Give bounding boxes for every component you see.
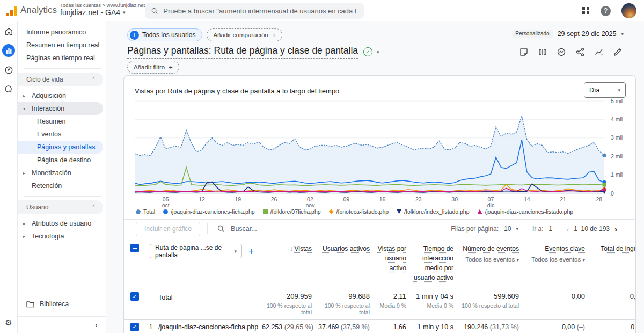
svg-text:09: 09: [343, 196, 349, 202]
sidebar-item-interacci-n[interactable]: ▾Interacción: [18, 102, 103, 115]
sidebar-item-resumen-en-tiempo-real[interactable]: Resumen en tiempo real: [18, 39, 103, 52]
legend-label: Total: [143, 208, 155, 215]
add-filter-button[interactable]: Añadir filtro +: [127, 61, 179, 74]
sidebar-item-label: Retención: [32, 182, 62, 190]
sidebar-item-p-ginas-en-tiempo-real[interactable]: Páginas en tiempo real: [18, 52, 103, 64]
row-checkbox[interactable]: ✓: [130, 323, 139, 331]
expand-arrow-icon[interactable]: ▸: [23, 93, 25, 98]
time-series-chart[interactable]: 5 mil4 mil3 mil2 mil1 mil005oct12192602n…: [135, 98, 634, 208]
legend-item[interactable]: Total: [136, 208, 155, 215]
metric-filter[interactable]: Todos los eventos ▾: [520, 255, 585, 264]
goto-page-input[interactable]: 1: [549, 225, 553, 233]
apps-grid-icon[interactable]: [582, 7, 590, 15]
include-in-chart-button[interactable]: Incluir en gráfico: [136, 222, 200, 236]
metric-cell: 37.469 (37,59 %): [313, 323, 371, 331]
legend-item[interactable]: /fonoteca-listado.php: [329, 208, 389, 215]
legend-item[interactable]: /folklore/07ficha.php: [263, 208, 321, 215]
sidebar-item-eventos[interactable]: Eventos: [18, 128, 103, 141]
note-icon[interactable]: [519, 47, 529, 57]
add-dimension-icon[interactable]: +: [248, 246, 254, 257]
column-header[interactable]: Vistas por usuario activo: [371, 244, 407, 273]
dimension-value: Ruta de página ...se de pantalla: [155, 244, 234, 259]
plus-icon: +: [169, 63, 173, 71]
home-icon[interactable]: [0, 21, 17, 41]
avatar[interactable]: [621, 3, 636, 18]
logo-bar: [10, 10, 13, 16]
product-name: Analytics: [20, 5, 57, 16]
row-checkbox[interactable]: [130, 244, 139, 252]
data-quality-check-icon[interactable]: ✓: [363, 47, 372, 56]
chevron-left-icon: ‹: [95, 321, 98, 329]
total-cell: 599.609100 % respecto al total: [455, 292, 520, 309]
sidebar-item-resumen[interactable]: Resumen: [18, 115, 103, 128]
legend-item[interactable]: /joaquin-diaz-canciones-ficha.php: [163, 208, 254, 215]
sparkline-insights-icon[interactable]: [594, 47, 604, 57]
comparison-bars-icon[interactable]: [538, 47, 547, 57]
row-checkbox[interactable]: ✓: [130, 292, 139, 301]
sidebar-item-usuario[interactable]: Usuario⌃: [18, 200, 103, 214]
analytics-logo-icon[interactable]: [6, 5, 17, 16]
section-collapse-icon[interactable]: ⌃: [91, 205, 96, 210]
column-header[interactable]: Número de eventosTodos los eventos ▾: [455, 244, 520, 264]
account-switcher[interactable]: Todas las cuentas > www.funjdiaz.net fun…: [60, 2, 145, 17]
sidebar-item-label: Adquisición: [32, 92, 66, 99]
search-input[interactable]: Pruebe a buscar "aumento intermensual de…: [145, 3, 364, 19]
rows-per-page-select[interactable]: 10: [504, 225, 511, 233]
legend-label: /fonoteca-listado.php: [336, 208, 389, 215]
reports-icon[interactable]: [0, 41, 17, 60]
expand-arrow-icon[interactable]: ▸: [23, 221, 25, 226]
diamond-marker-icon: [329, 209, 334, 214]
table-search-input[interactable]: Buscar...: [217, 225, 257, 233]
chevron-down-icon[interactable]: ▾: [516, 226, 518, 231]
table-row[interactable]: ✓ 1 /joaquin-diaz-canciones-ficha.php62.…: [124, 320, 635, 333]
add-comparison-button[interactable]: Añadir comparación +: [207, 28, 282, 41]
pagination-range: 1–10 de 193: [574, 225, 610, 233]
metric-filter[interactable]: Todos los eventos ▾: [455, 255, 519, 264]
segment-chip-all-users[interactable]: T Todos los usuarios: [127, 28, 202, 41]
sidebar-item-adquisici-n[interactable]: ▸Adquisición: [18, 89, 103, 102]
expand-arrow-icon[interactable]: ▸: [23, 234, 25, 239]
collapse-nav-button[interactable]: ‹: [18, 316, 106, 333]
sidebar-item-p-gina-de-destino[interactable]: Página de destino: [18, 154, 103, 166]
help-icon[interactable]: ?: [601, 6, 611, 16]
column-header[interactable]: ↓Vistas: [262, 244, 313, 254]
expand-arrow-icon[interactable]: ▸: [23, 171, 25, 176]
chevron-down-icon[interactable]: ▾: [377, 49, 379, 55]
page-title[interactable]: Páginas y pantallas: Ruta de página y cl…: [127, 45, 358, 59]
prev-page-icon[interactable]: ‹: [566, 225, 569, 234]
property-name: funjdiaz.net - GA4: [60, 8, 120, 17]
chevron-down-icon: ▾: [618, 88, 620, 93]
next-page-icon[interactable]: ›: [614, 225, 617, 234]
total-cell: 0,00: [520, 292, 586, 300]
metric-cell: 190.246 (31,73 %): [455, 323, 520, 331]
legend-item[interactable]: /joaquin-diaz-canciones-listado.php: [478, 208, 574, 215]
column-header[interactable]: Eventos claveTodos los eventos ▾: [520, 244, 586, 264]
sidebar-item-atributos-de-usuario[interactable]: ▸Atributos de usuario: [18, 217, 103, 230]
column-header[interactable]: Tiempo de interacción medio por usuario …: [407, 244, 455, 283]
sidebar-item-monetizaci-n[interactable]: ▸Monetización: [18, 166, 103, 179]
settings-gear-icon[interactable]: ⚙: [0, 318, 17, 328]
section-collapse-icon[interactable]: ⌃: [91, 77, 96, 82]
svg-text:3 mil: 3 mil: [611, 134, 623, 141]
share-icon[interactable]: [575, 47, 585, 57]
column-header[interactable]: Usuarios activos: [313, 244, 371, 254]
column-header[interactable]: Total de ingresos: [586, 244, 636, 254]
svg-text:16: 16: [379, 196, 386, 202]
sidebar-item-p-ginas-y-pantallas[interactable]: Páginas y pantallas: [18, 141, 103, 154]
sidebar-item-retenci-n[interactable]: Retención: [18, 179, 103, 192]
edit-pencil-icon[interactable]: [613, 47, 623, 57]
collapse-arrow-icon[interactable]: ▾: [23, 106, 25, 111]
dimension-selector[interactable]: Ruta de página ...se de pantalla ▾: [150, 244, 242, 258]
sidebar-item-tecnolog-a[interactable]: ▸Tecnología: [18, 230, 103, 243]
chevron-down-icon[interactable]: ▾: [621, 31, 624, 37]
explore-icon[interactable]: [0, 60, 17, 79]
date-range-picker[interactable]: 29 sept-29 dic 2025: [558, 30, 617, 38]
sidebar-item-informe-panor-mico[interactable]: Informe panorámico: [18, 26, 103, 39]
svg-text:26: 26: [271, 196, 277, 202]
legend-item[interactable]: /folklore/index_listado.php: [397, 208, 469, 215]
sidebar-item-library[interactable]: Biblioteca: [18, 296, 106, 312]
insights-icon[interactable]: [557, 47, 566, 57]
sidebar-item-ciclo-de-vida[interactable]: Ciclo de vida⌃: [18, 73, 103, 86]
granularity-select[interactable]: Día ▾: [584, 82, 626, 98]
advertising-icon[interactable]: [0, 79, 17, 99]
